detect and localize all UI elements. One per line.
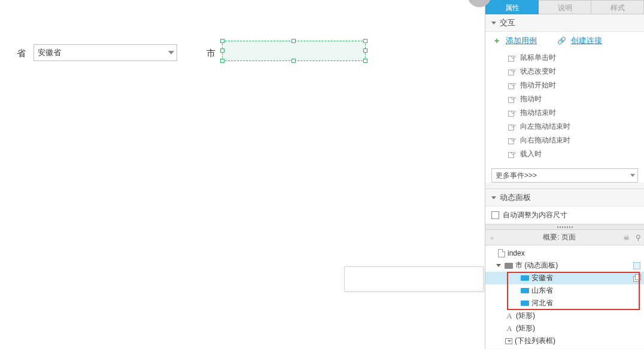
tree-label: (矩形)	[516, 323, 535, 333]
tree-toggle	[489, 250, 494, 256]
add-case-link[interactable]: 添加用例	[506, 35, 537, 46]
tree-toggle	[496, 338, 502, 344]
interaction-actions-row: + 添加用例 🔗 创建连接	[485, 32, 644, 50]
interaction-header[interactable]: 交互	[485, 14, 644, 32]
more-events-label: 更多事件>>>	[496, 171, 537, 181]
plus-icon: +	[493, 36, 501, 45]
city-label: 市	[206, 48, 215, 59]
event-icon	[508, 68, 515, 75]
state-icon	[521, 275, 529, 281]
resize-handle[interactable]	[220, 59, 224, 63]
resize-handle[interactable]	[291, 59, 296, 63]
duplicate-icon[interactable]	[633, 275, 640, 282]
event-label: 状态改变时	[520, 66, 556, 77]
link-icon: 🔗	[557, 37, 566, 45]
chevron-down-icon	[168, 51, 174, 54]
dynamic-panel-section: 动态面板 自动调整为内容尺寸	[485, 189, 644, 224]
event-icon	[508, 82, 515, 89]
outline-title: 概要: 页面	[499, 232, 620, 242]
event-label: 拖动时	[520, 94, 542, 104]
tree-toggle	[496, 313, 502, 318]
event-icon	[508, 110, 515, 117]
tree-label: 山东省	[531, 286, 553, 296]
resize-handle[interactable]	[220, 39, 224, 43]
chevron-down-icon	[491, 196, 496, 199]
text-icon: A	[505, 311, 514, 321]
interaction-section: 交互 + 添加用例 🔗 创建连接 鼠标单击时 状态改变时 拖动开始时 拖动时 拖…	[485, 14, 644, 183]
dynamic-panel-icon	[505, 263, 513, 269]
auto-fit-row[interactable]: 自动调整为内容尺寸	[485, 207, 644, 224]
province-droplist[interactable]: 安徽省	[34, 44, 177, 61]
tree-label: 河北省	[531, 298, 553, 308]
event-item[interactable]: 向左拖动结束时	[485, 120, 644, 133]
tab-notes[interactable]: 说明	[539, 0, 591, 14]
tree-row-state[interactable]: 河北省	[485, 297, 644, 309]
resize-handle[interactable]	[220, 48, 224, 53]
tree-toggle[interactable]	[496, 264, 501, 267]
outline-tree: index 市 (动态面板) 安徽省 山东省 河北省 A (矩形)	[485, 245, 644, 348]
event-icon	[508, 96, 515, 103]
event-label: 拖动结束时	[520, 108, 556, 118]
resize-handle[interactable]	[363, 59, 367, 63]
tooltip-popup	[344, 266, 484, 292]
chevron-down-icon	[630, 174, 635, 177]
inspector-panel: 属性 说明 样式 交互 + 添加用例 🔗 创建连接 鼠标单击时 状态改变时 拖动…	[485, 0, 644, 349]
tree-row-state[interactable]: 山东省	[485, 284, 644, 297]
outline-header: « 概要: 页面 ☠ ⚲	[485, 230, 644, 245]
toggle-visibility-icon[interactable]	[633, 262, 640, 269]
event-item[interactable]: 拖动时	[485, 92, 644, 106]
collapse-icon[interactable]: «	[485, 234, 499, 241]
tree-label: index	[508, 249, 525, 257]
inspector-tabs: 属性 说明 样式	[485, 0, 644, 14]
state-icon	[521, 301, 529, 306]
event-item[interactable]: 鼠标单击时	[485, 51, 644, 65]
tree-label: (矩形)	[516, 311, 535, 321]
tree-row-panel[interactable]: 市 (动态面板)	[485, 259, 644, 272]
resize-handle[interactable]	[363, 48, 367, 53]
tree-label: 市 (动态面板)	[515, 260, 558, 271]
event-item[interactable]: 向右拖动结束时	[485, 133, 644, 147]
event-item[interactable]: 拖动结束时	[485, 106, 644, 120]
tree-label: 安徽省	[531, 273, 553, 283]
tree-toggle	[512, 288, 517, 293]
event-item[interactable]: 状态改变时	[485, 65, 644, 78]
tree-row-state[interactable]: 安徽省	[485, 272, 644, 284]
event-icon	[508, 123, 515, 131]
province-label: 省	[17, 48, 26, 59]
event-label: 鼠标单击时	[520, 53, 556, 63]
tab-style[interactable]: 样式	[591, 0, 644, 14]
more-events-dropdown[interactable]: 更多事件>>>	[491, 168, 638, 183]
panel-splitter[interactable]	[485, 224, 644, 230]
resize-handle[interactable]	[363, 39, 367, 43]
checkbox-icon[interactable]	[491, 211, 499, 219]
tree-row-droplist[interactable]: (下拉列表框)	[485, 335, 644, 347]
tree-row-rect[interactable]: A (矩形)	[485, 322, 644, 335]
dynamic-panel-header[interactable]: 动态面板	[485, 189, 644, 207]
tree-toggle	[496, 326, 502, 331]
state-icon	[521, 288, 529, 293]
tree-row-rect[interactable]: A (矩形)	[485, 309, 644, 322]
interaction-header-label: 交互	[500, 17, 515, 28]
page-icon	[498, 249, 505, 257]
tree-toggle	[512, 301, 517, 306]
search-icon[interactable]: ⚲	[632, 233, 644, 242]
tab-attributes[interactable]: 属性	[485, 0, 539, 14]
canvas[interactable]: 省 安徽省 市	[0, 0, 485, 349]
filter-icon[interactable]: ☠	[620, 233, 632, 242]
event-icon	[508, 151, 515, 158]
tree-label: (下拉列表框)	[515, 336, 555, 346]
event-label: 向右拖动结束时	[520, 135, 570, 145]
droplist-icon	[505, 338, 512, 344]
event-item[interactable]: 载入时	[485, 147, 644, 161]
resize-handle[interactable]	[291, 39, 296, 43]
auto-fit-label: 自动调整为内容尺寸	[503, 210, 567, 220]
create-link-link[interactable]: 创建连接	[571, 35, 602, 46]
province-droplist-value: 安徽省	[38, 47, 61, 58]
event-label: 向左拖动结束时	[520, 122, 570, 132]
dynamic-panel-header-label: 动态面板	[500, 192, 531, 203]
text-icon: A	[505, 324, 514, 333]
event-item[interactable]: 拖动开始时	[485, 78, 644, 92]
event-icon	[508, 137, 515, 144]
tree-row-page[interactable]: index	[485, 247, 644, 259]
city-dynamic-panel-selection[interactable]	[222, 41, 366, 61]
